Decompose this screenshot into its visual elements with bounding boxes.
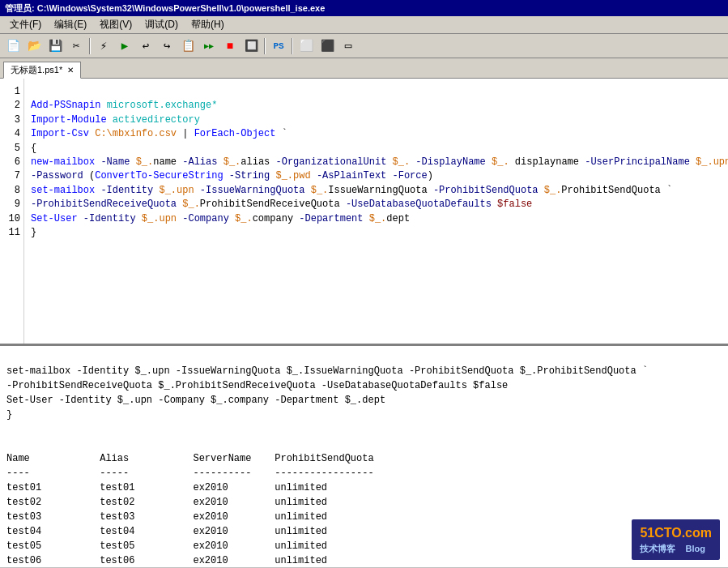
new-button[interactable]: 📄 <box>3 37 23 55</box>
menu-view[interactable]: 视图(V) <box>93 16 138 33</box>
copy-button[interactable]: ⚡ <box>94 37 113 55</box>
shell-button[interactable]: PS <box>269 37 288 55</box>
code-editor[interactable]: Add-PSSnapin microsoft.exchange* Import-… <box>24 79 728 344</box>
line-5: new-mailbox -Name $_.name -Alias $_.alia… <box>31 156 728 168</box>
open-button[interactable]: 📂 <box>24 37 44 55</box>
menu-debug[interactable]: 调试(D) <box>138 16 185 33</box>
watermark: 51CTO.com 技术博客 Blog <box>632 519 720 560</box>
run-all-button[interactable]: ▶▶ <box>199 37 219 55</box>
sep3 <box>292 38 293 54</box>
console-line-2: -ProhibitSendReceiveQuota $_.ProhibitSen… <box>6 380 508 391</box>
view-btn3[interactable]: ▭ <box>338 37 358 55</box>
table-row-5: test05 test05 ex2010 unlimited <box>6 540 327 552</box>
line-4: { <box>31 143 36 154</box>
title-bar: 管理员: C:\Windows\System32\WindowsPowerShe… <box>0 0 728 16</box>
code-pane[interactable]: 1 2 3 4 5 6 7 8 9 10 11 Add-PSSnapin mic… <box>0 79 728 346</box>
line-10: } <box>31 227 36 238</box>
view-btn1[interactable]: ⬜ <box>296 37 316 55</box>
table-header-row: Name Alias ServerName ProhibitSendQuota <box>6 453 374 464</box>
line-6: -Password (ConvertTo-SecureString -Strin… <box>31 170 433 182</box>
redo-button[interactable]: ↪ <box>157 37 177 55</box>
stop-button[interactable]: ■ <box>220 37 240 55</box>
line-3: Import-Csv C:\mbxinfo.csv | ForEach-Obje… <box>31 128 287 139</box>
menu-bar: 文件(F) 编辑(E) 视图(V) 调试(D) 帮助(H) <box>0 16 728 34</box>
title-text: 管理员: C:\Windows\System32\WindowsPowerShe… <box>5 2 325 15</box>
console-line-1: set-mailbox -Identity $_.upn -IssueWarni… <box>6 365 648 377</box>
tab-area: 无标题1.ps1* ✕ <box>0 58 728 79</box>
table-row-2: test02 test02 ex2010 unlimited <box>6 497 327 508</box>
toolbar: 📄 📂 💾 ✂ ⚡ ▶ ↩ ↪ 📋 ▶▶ ■ 🔲 PS ⬜ ⬛ ▭ <box>0 34 728 58</box>
cut-button[interactable]: ✂ <box>66 37 86 55</box>
tab-close-button[interactable]: ✕ <box>67 66 74 75</box>
table-sep-row: ---- ----- ---------- ----------------- <box>6 468 374 479</box>
run-button[interactable]: ▶ <box>115 37 134 55</box>
menu-file[interactable]: 文件(F) <box>3 16 48 33</box>
view-btn2[interactable]: ⬛ <box>317 37 337 55</box>
console-line-4: } <box>6 409 12 421</box>
console-line-3: Set-User -Identity $_.upn -Company $_.co… <box>6 395 385 406</box>
table-row-1: test01 test01 ex2010 unlimited <box>6 482 327 493</box>
main-container: 1 2 3 4 5 6 7 8 9 10 11 Add-PSSnapin mic… <box>0 79 728 567</box>
line-7: set-mailbox -Identity $_.upn -IssueWarni… <box>31 185 672 196</box>
sep1 <box>89 38 91 54</box>
line-8: -ProhibitSendReceiveQuota $_.ProhibitSen… <box>31 199 532 210</box>
menu-edit[interactable]: 编辑(E) <box>48 16 93 33</box>
tab-label: 无标题1.ps1* <box>11 64 62 76</box>
sep2 <box>264 38 266 54</box>
table-row-6: test06 test06 ex2010 unlimited <box>6 555 327 566</box>
tab-untitled1[interactable]: 无标题1.ps1* ✕ <box>3 62 81 79</box>
undo-button[interactable]: ↩ <box>136 37 155 55</box>
menu-help[interactable]: 帮助(H) <box>185 16 231 33</box>
line-2: Import-Module activedirectory <box>31 114 200 126</box>
table-row-4: test04 test04 ex2010 unlimited <box>6 526 327 537</box>
table-row-3: test03 test03 ex2010 unlimited <box>6 511 327 523</box>
debug-button[interactable]: 🔲 <box>241 37 261 55</box>
paste-button[interactable]: 📋 <box>178 37 198 55</box>
save-button[interactable]: 💾 <box>45 37 65 55</box>
watermark-line2: 技术博客 Blog <box>640 543 712 555</box>
line-numbers: 1 2 3 4 5 6 7 8 9 10 11 <box>0 79 24 344</box>
console-pane[interactable]: set-mailbox -Identity $_.upn -IssueWarni… <box>0 346 728 567</box>
watermark-site: 51CTO.com <box>640 524 712 542</box>
line-1: Add-PSSnapin microsoft.exchange* <box>31 100 217 111</box>
line-9: Set-User -Identity $_.upn -Company $_.co… <box>31 213 410 224</box>
